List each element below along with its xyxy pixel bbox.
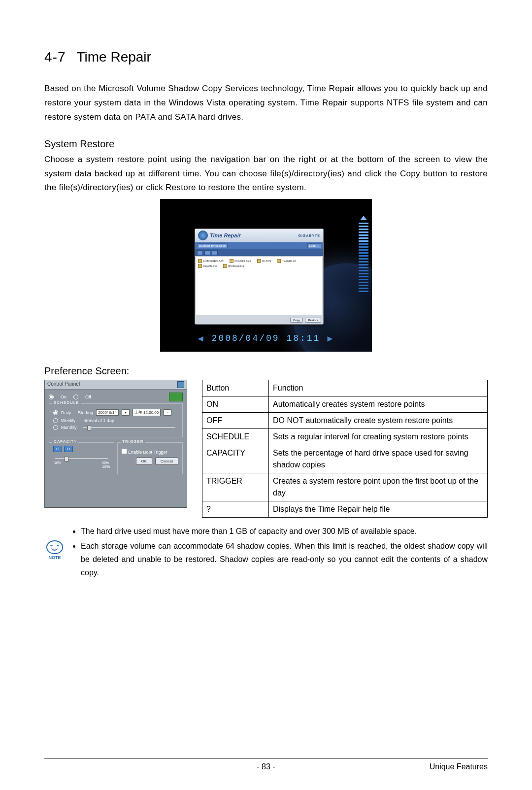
table-row: ONAutomatically creates system restore p… <box>202 396 488 413</box>
timestamp-label: 2008/04/09 18:11 <box>212 333 321 343</box>
table-row: TRIGGERCreates a system restore point up… <box>202 473 488 501</box>
monthly-radio[interactable] <box>53 425 58 430</box>
tool-icon[interactable] <box>197 250 203 255</box>
copy-word: Copy <box>400 169 420 178</box>
note-icon: NOTE <box>44 540 65 560</box>
note-list: The hard drive used must have more than … <box>72 525 488 580</box>
tool-icon[interactable] <box>212 250 218 255</box>
trigger-legend: TRIGGER <box>121 439 145 444</box>
file-icon <box>257 259 261 263</box>
nav-gauge[interactable] <box>358 216 369 292</box>
file-icon <box>277 259 281 263</box>
interval-slider[interactable] <box>83 427 175 428</box>
daily-label: Daily <box>61 410 71 415</box>
starting-label: Starting <box>78 410 93 415</box>
next-arrow-icon[interactable]: ▶ <box>327 333 334 344</box>
time-repair-window: Time Repair GIGABYTE Detailed TimeRepair… <box>195 229 324 325</box>
footer-rule <box>44 758 488 758</box>
drive-c-button[interactable]: C <box>53 446 62 452</box>
cap-max: 50% <box>102 461 109 464</box>
footer-right: Unique Features <box>430 762 488 771</box>
table-row: ButtonFunction <box>202 380 488 396</box>
file-item[interactable]: msdia80.dll <box>282 260 296 263</box>
file-item[interactable]: IO.SYS <box>262 260 271 263</box>
file-item[interactable]: CONFIG.SYS <box>234 260 251 263</box>
intro-paragraph: Based on the Microsoft Volume Shadow Cop… <box>44 82 488 125</box>
time-stepper-icon[interactable]: ◦ <box>164 409 171 416</box>
list-item: The hard drive used must have more than … <box>81 525 488 538</box>
weekly-radio[interactable] <box>53 418 58 423</box>
boot-trigger-label: Enable Boot Trigger <box>128 450 167 455</box>
date-input[interactable]: 2005/ 6/14 <box>96 409 119 416</box>
monthly-label: Monthly <box>61 425 77 430</box>
capacity-legend: CAPACITY <box>52 439 78 444</box>
table-row: CAPACITYSets the percentage of hard driv… <box>202 445 488 473</box>
restore-button[interactable]: Restore <box>305 318 321 323</box>
table-row: ?Displays the Time Repair help file <box>202 501 488 518</box>
cap-min: 10% <box>54 461 61 464</box>
daily-radio[interactable] <box>53 410 58 415</box>
icon-toolbar[interactable] <box>195 249 323 256</box>
page-number: - 83 - <box>257 762 275 771</box>
time-input[interactable]: 上午 12:00:00 <box>133 409 161 416</box>
table-row: SCHEDULESets a regular interval for crea… <box>202 429 488 445</box>
help-icon[interactable] <box>177 381 184 388</box>
prev-arrow-icon[interactable]: ◀ <box>198 333 205 344</box>
note-label: NOTE <box>48 555 61 560</box>
off-label: Off <box>85 395 91 399</box>
sr-text-c: to restore the entire system. <box>196 183 306 192</box>
restore-word: Restore <box>166 183 196 192</box>
cap-value: 15% <box>53 464 110 469</box>
weekly-label: Weekly <box>61 418 75 423</box>
ok-button[interactable]: OK <box>136 458 153 465</box>
file-icon <box>198 264 202 268</box>
on-radio[interactable] <box>49 395 54 399</box>
file-pane[interactable]: AUTOEXEC.BAT CONFIG.SYS IO.SYS msdia80.d… <box>196 257 322 315</box>
on-label: On <box>61 395 66 399</box>
system-restore-text: Choose a system restore point using the … <box>44 153 488 196</box>
off-radio[interactable] <box>73 395 78 399</box>
section-title: Time Repair <box>76 49 151 65</box>
file-item[interactable]: pagefile.sys <box>203 264 217 267</box>
preference-heading: Preference Screen: <box>44 365 488 377</box>
file-item[interactable]: AUTOEXEC.BAT <box>203 260 224 263</box>
schedule-legend: SCHEDULE <box>52 400 81 405</box>
clock-icon <box>198 230 208 240</box>
file-icon <box>223 264 227 268</box>
timestamp-nav[interactable]: ◀ 2008/04/09 18:11 ▶ <box>160 333 372 344</box>
list-item: Each storage volume can accommodate 64 s… <box>81 539 488 580</box>
drive-d-button[interactable]: D <box>64 446 73 452</box>
copy-button[interactable]: Copy <box>290 318 303 323</box>
function-table: ButtonFunction ONAutomatically creates s… <box>202 380 488 518</box>
interval-label: Interval of 1 day <box>82 418 114 423</box>
gauge-up-icon[interactable] <box>360 216 367 220</box>
brand-label: GIGABYTE <box>298 234 320 237</box>
boot-trigger-checkbox[interactable] <box>122 449 127 454</box>
table-row: OFFDO NOT automatically create system re… <box>202 413 488 429</box>
section-number: 4-7 <box>44 49 66 65</box>
toolbar-label: Detailed TimeRepair <box>197 243 228 248</box>
file-icon <box>230 259 233 263</box>
file-icon <box>198 259 202 263</box>
capacity-slider[interactable] <box>55 458 108 459</box>
drive-dropdown[interactable]: Local… <box>307 243 321 248</box>
preference-screenshot: Control Pannel On Off SCHEDULE Daily Sta… <box>44 380 187 508</box>
tool-icon[interactable] <box>204 250 210 255</box>
system-restore-heading: System Restore <box>44 138 488 150</box>
file-item[interactable]: IPCSetup.log <box>228 264 244 267</box>
th-function: Function <box>269 380 488 396</box>
time-repair-screenshot: Time Repair GIGABYTE Detailed TimeRepair… <box>160 199 372 352</box>
help-button[interactable] <box>169 393 183 401</box>
cancel-button[interactable]: Cancel <box>155 458 178 465</box>
pref-window-title: Control Pannel <box>47 381 80 388</box>
date-picker-icon[interactable]: ▾ <box>122 409 130 416</box>
window-title: Time Repair <box>210 232 241 238</box>
th-button: Button <box>202 380 269 396</box>
